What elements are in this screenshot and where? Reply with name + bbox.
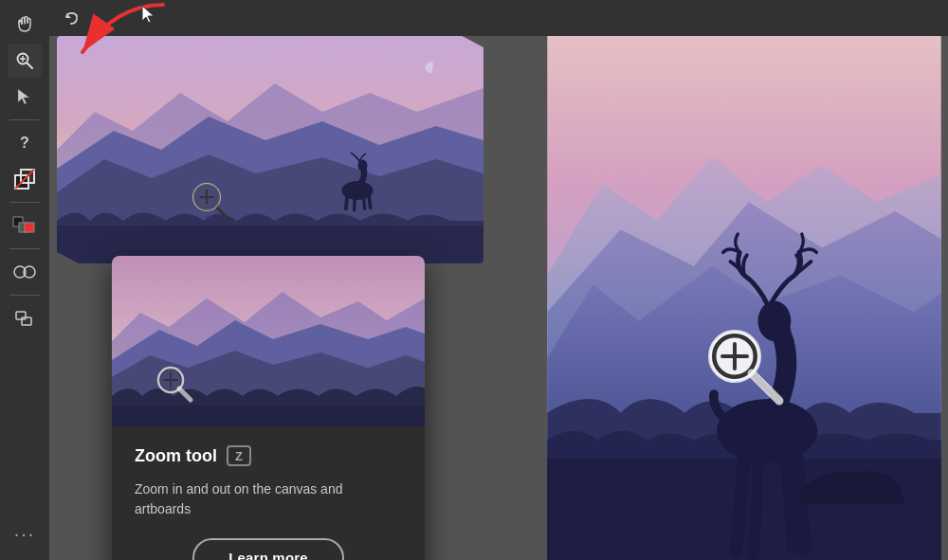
- tooltip-description: Zoom in and out on the canvas and artboa…: [135, 479, 402, 519]
- shortcut-badge: Z: [227, 445, 251, 466]
- artboard-left: [57, 36, 483, 263]
- zoom-tool-button[interactable]: [8, 44, 42, 78]
- toolbar-divider-2: [9, 202, 40, 203]
- fill-stroke-button[interactable]: [8, 162, 42, 196]
- undo-button[interactable]: [57, 4, 85, 32]
- tooltip-title-row: Zoom tool Z: [135, 445, 402, 466]
- tooltip-popup: Zoom tool Z Zoom in and out on the canva…: [112, 256, 425, 560]
- svg-rect-14: [22, 317, 31, 325]
- left-toolbar: ? ···: [0, 0, 49, 560]
- cursor-tool-button[interactable]: [8, 80, 42, 114]
- top-toolbar: [49, 0, 948, 36]
- hand-tool-button[interactable]: [8, 8, 42, 42]
- swatches-button[interactable]: [8, 208, 42, 243]
- layers-button[interactable]: [8, 301, 42, 335]
- circle-tool-button[interactable]: [8, 255, 42, 289]
- toolbar-divider-4: [9, 295, 40, 296]
- svg-rect-38: [112, 406, 425, 426]
- learn-more-button[interactable]: Learn more: [192, 538, 344, 560]
- artboard-right: [540, 19, 948, 560]
- toolbar-divider-3: [9, 248, 40, 249]
- toolbar-divider-1: [9, 119, 40, 120]
- svg-line-44: [179, 388, 191, 400]
- tooltip-content: Zoom tool Z Zoom in and out on the canva…: [112, 426, 425, 560]
- svg-line-2: [27, 63, 33, 69]
- svg-line-25: [752, 373, 779, 401]
- zoom-icon-artboard: [190, 180, 231, 226]
- help-button[interactable]: ?: [8, 126, 42, 160]
- svg-line-31: [216, 207, 228, 218]
- zoom-icon-large: [702, 323, 787, 408]
- tooltip-title: Zoom tool: [135, 446, 217, 466]
- svg-rect-10: [25, 223, 34, 232]
- svg-rect-13: [16, 312, 26, 319]
- more-tools-button[interactable]: ···: [10, 519, 40, 549]
- tooltip-image: [112, 256, 425, 426]
- zoom-icon-tooltip: [155, 364, 194, 407]
